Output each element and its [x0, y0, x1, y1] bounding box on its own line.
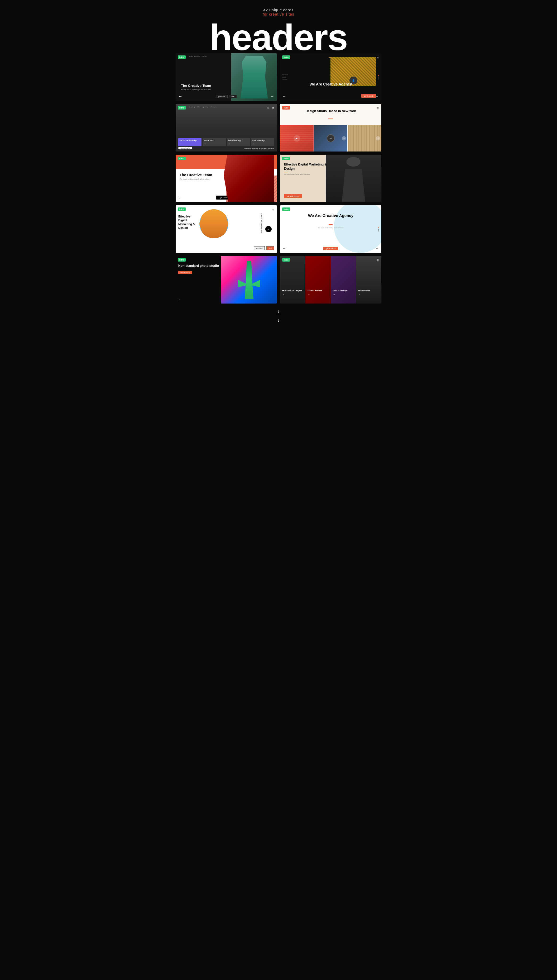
card-7-vertical-text: Adidas Promo Website	[261, 213, 262, 233]
card-4-images: ▶ 65 → →	[280, 125, 381, 152]
card-5-model-img	[224, 155, 274, 202]
card-8[interactable]: Intro ≡ We Are Creative Agency We focus …	[280, 205, 381, 253]
project-bm[interactable]: BM Mobile App →	[227, 138, 250, 146]
card-2-cta[interactable]: get in touch	[361, 94, 376, 98]
card-5-badge: Intro	[178, 157, 186, 160]
card-9-badge: Intro	[178, 258, 186, 261]
card-1-arrow-right[interactable]: →	[270, 94, 274, 99]
big-title: headers	[176, 19, 381, 56]
card-6[interactable]: Intro ≡ Effective Digital Marketing & De…	[280, 155, 381, 202]
for-creative-text: for creative sites	[176, 12, 381, 16]
card-5-menu-icon[interactable]: ≡	[272, 157, 274, 161]
card-1-arrow-left[interactable]: ←	[178, 94, 182, 99]
card-3-menu-icon[interactable]: ≡	[272, 106, 274, 110]
card-8-cta[interactable]: get in touch	[323, 247, 338, 250]
card-6-inner: Intro ≡ Effective Digital Marketing & De…	[280, 155, 381, 202]
card-4-img-watch: 65 →	[314, 125, 348, 152]
card-10-inner: Intro ≡ Museum Art Project → Flower Mark…	[280, 256, 381, 304]
card-10-menu-icon[interactable]: ≡	[376, 258, 379, 262]
gallery-item-1-label: Museum Art Project →	[282, 289, 304, 296]
dot-2	[378, 77, 379, 78]
card-2-badge: Intro	[282, 56, 290, 59]
card-2-dot-indicators	[378, 75, 379, 80]
card-7-badge: Intro	[178, 207, 186, 211]
dot-1	[378, 75, 379, 76]
card-1-prev-btn[interactable]: previous	[216, 95, 227, 98]
card-3-inner: Intro about portfolio experience freelan…	[176, 104, 277, 152]
gallery-col-2[interactable]: Flower Market →	[305, 256, 331, 304]
project-nike[interactable]: Nike Promo →	[202, 138, 226, 146]
card-7-prev-btn[interactable]: previous	[254, 246, 265, 250]
card-5-title: The Creative Team	[179, 173, 212, 177]
card-3-top-nav: about portfolio experience freelance	[189, 106, 269, 108]
card-1-badge: Intro	[178, 56, 186, 59]
card-7-arrow-circle[interactable]: →	[265, 226, 272, 232]
card-10-gallery: Museum Art Project → Flower Market → Zar…	[280, 256, 381, 304]
card-7-title: Effective Digital Marketing & Design	[178, 215, 199, 230]
dot-3	[378, 78, 379, 80]
card-2-title: We Are Creative Agency	[309, 82, 352, 86]
card-9[interactable]: Intro ≡ Non-standard photo studio view a…	[176, 256, 277, 304]
card-9-cta-btn[interactable]: view all works	[178, 271, 192, 274]
card-3-view-btn[interactable]: view all works	[178, 147, 192, 149]
card-4-arrow-btn-2[interactable]: →	[376, 136, 380, 140]
page-container: 42 unique cards for creative sites heade…	[170, 0, 387, 331]
dot-inactive-2	[378, 230, 379, 232]
card-9-arrow-down: ↓	[178, 297, 180, 301]
gallery-item-3-label: Zara Redesign →	[333, 289, 355, 296]
card-5-inner: The Creative Team We focus on branding &…	[176, 155, 277, 202]
card-8-arrow-left[interactable]: ←	[283, 247, 286, 250]
bottom-arrow-1[interactable]: ↓	[277, 309, 280, 314]
card-9-title: Non-standard photo studio	[178, 264, 224, 268]
project-zara[interactable]: Zara Redesign →	[251, 138, 274, 146]
gallery-col-4[interactable]: Nike Promo →	[356, 256, 381, 304]
card-4[interactable]: Intro ≡ Design Studio Based in New York …	[280, 104, 381, 152]
card-5[interactable]: The Creative Team We focus on branding &…	[176, 155, 277, 202]
bottom-arrow-2[interactable]: ↓	[277, 317, 280, 323]
project-facebook[interactable]: Facebook Redesign →	[178, 138, 202, 146]
card-2-menu-icon[interactable]: ≡	[376, 56, 379, 60]
card-4-img-keyboard: ▶	[280, 125, 314, 152]
card-4-img-texture: →	[348, 125, 381, 152]
bottom-arrows: ↓ ↓	[176, 309, 381, 323]
card-1-model-img	[231, 53, 277, 101]
card-9-left: Non-standard photo studio view all works	[178, 264, 224, 274]
gallery-item-4-label: Nike Promo →	[358, 289, 380, 296]
card-4-inner: Intro ≡ Design Studio Based in New York …	[280, 104, 381, 152]
card-10[interactable]: Intro ≡ Museum Art Project → Flower Mark…	[280, 256, 381, 304]
card-9-cactus-img	[221, 256, 277, 304]
card-1-next-btn[interactable]: next	[229, 95, 237, 98]
gallery-item-2-label: Flower Market →	[308, 289, 329, 296]
card-8-title: We Are Creative Agency	[280, 213, 381, 218]
card-8-bottom: ← get in touch →	[283, 247, 379, 250]
card-4-title: Design Studio Based in New York	[280, 109, 381, 113]
gallery-col-1[interactable]: Museum Art Project →	[280, 256, 305, 304]
person-head	[347, 157, 360, 167]
header-section: 42 unique cards for creative sites	[176, 8, 381, 16]
card-2-arrow-right[interactable]: →	[376, 95, 379, 98]
card-2[interactable]: Intro ≡ portfolio about contact 👤 We Are…	[280, 53, 381, 101]
card-4-watch: 65	[327, 134, 335, 142]
card-2-arrow-left[interactable]: ←	[283, 95, 286, 98]
card-1-nav-btns: previous next	[216, 95, 237, 98]
card-8-arrow-right[interactable]: →	[376, 247, 379, 250]
card-7-inner: Intro ≡ Effective Digital Marketing & De…	[176, 205, 277, 253]
card-7-bottom-btns: previous next	[254, 246, 274, 250]
card-1-title: The Creative Team We focus on branding &…	[181, 84, 211, 90]
card-3[interactable]: Intro about portfolio experience freelan…	[176, 104, 277, 152]
card-6-cta-btn[interactable]: view all works	[284, 194, 302, 198]
card-10-badge: Intro	[282, 258, 290, 261]
card-7-circle	[199, 209, 228, 238]
card-4-arrow-btn[interactable]: →	[342, 136, 346, 140]
card-7-menu-icon[interactable]: ≡	[272, 207, 274, 212]
card-7[interactable]: Intro ≡ Effective Digital Marketing & De…	[176, 205, 277, 253]
card-8-divider	[329, 224, 333, 225]
card-1[interactable]: Intro about portfolio contact ≡ The Crea…	[176, 53, 277, 101]
gallery-col-3[interactable]: Zara Redesign →	[331, 256, 356, 304]
card-3-projects: Facebook Redesign → Nike Promo → BM Mobi…	[178, 138, 274, 146]
model-silhouette	[241, 56, 268, 98]
card-7-next-btn[interactable]: next	[266, 246, 274, 250]
card-9-inner: Intro ≡ Non-standard photo studio view a…	[176, 256, 277, 304]
card-3-pagination: mainpage portfolio art-direction freelan…	[244, 148, 274, 149]
dot-inactive-1	[378, 229, 379, 230]
